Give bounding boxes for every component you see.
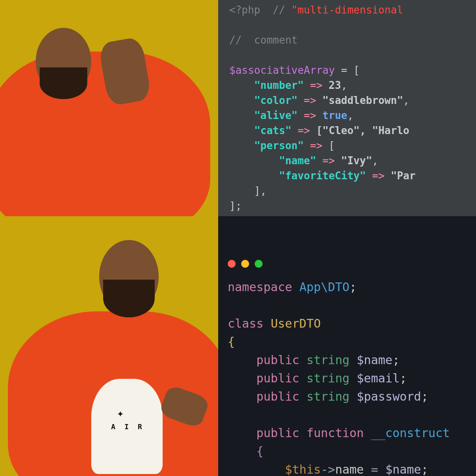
constructor: __construct [371, 426, 450, 440]
jumpman-logo-icon: ✦ [117, 407, 124, 420]
variable: $associativeArray [229, 64, 335, 76]
keyword-namespace: namespace [228, 280, 292, 294]
drake-reject-panel [0, 0, 218, 216]
comment: // comment [229, 34, 298, 46]
shirt-text: A I R [111, 422, 144, 431]
class-name: UserDTO [271, 317, 321, 330]
drake-beard [40, 67, 87, 99]
code-snippet-associative-array: <?php // "multi-dimensional // comment $… [218, 0, 476, 216]
window-traffic-lights [228, 260, 469, 268]
string-literal: "multi-dimensional [292, 4, 403, 16]
keyword-class: class [228, 317, 263, 330]
code-snippet-dto-class: namespace App\DTO; class UserDTO { publi… [218, 216, 476, 476]
drake-beard [103, 280, 155, 317]
drake-approve-panel: ✦ A I R [0, 216, 218, 476]
minimize-icon[interactable] [241, 260, 249, 268]
php-open-tag: <?php [229, 4, 260, 16]
close-icon[interactable] [228, 260, 236, 268]
zoom-icon[interactable] [255, 260, 263, 268]
